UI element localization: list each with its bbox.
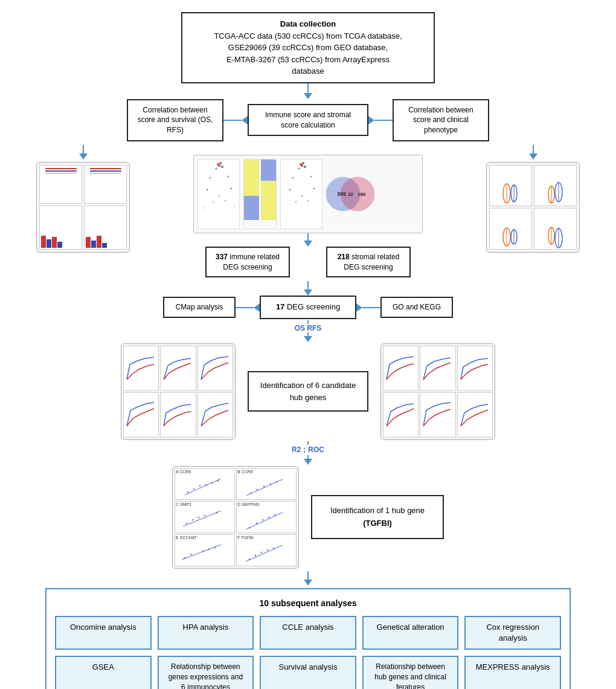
deg-stromal-number: 218 <box>338 253 350 261</box>
subsequent-title: 10 subsequent analyses <box>259 598 356 608</box>
svg-text:32: 32 <box>348 192 353 197</box>
mini-km-6 <box>198 393 231 432</box>
svg-point-24 <box>292 176 294 178</box>
svg-point-89 <box>267 549 269 551</box>
mini-volcano-right <box>281 160 322 220</box>
svg-point-25 <box>310 175 312 177</box>
immune-score-box: Immune score and stromal score calculati… <box>248 104 368 137</box>
mini-violin-2 <box>547 181 565 205</box>
hub1-box: Identification of 1 hub gene (TGFBI) <box>311 495 444 540</box>
scatter-3 <box>176 506 230 533</box>
svg-rect-67 <box>176 506 230 533</box>
hub1-line2: (TGFBI) <box>363 519 392 528</box>
svg-point-77 <box>268 517 270 519</box>
mini-km-r1 <box>383 346 417 386</box>
go-kegg-label: GO and KEGG <box>393 303 441 311</box>
data-line1: TCGA-ACC data (530 ccRCCs) from TCGA dat… <box>214 31 402 40</box>
svg-point-70 <box>198 517 200 519</box>
scatter-1 <box>176 474 230 500</box>
hub6-box: Identification of 6 candidate hub genes <box>248 371 368 412</box>
subsequent-analyses-container: 10 subsequent analyses Oncomine analysis… <box>45 588 571 689</box>
mini-heatmap-1 <box>244 160 277 220</box>
mini-km-r4 <box>383 393 417 432</box>
hub1-line1: Identification of 1 hub gene <box>330 506 425 515</box>
svg-point-71 <box>204 515 206 517</box>
mini-km-r6 <box>458 393 491 432</box>
deg-immune-box: 337 immune related DEG screening <box>205 247 290 278</box>
deg-immune-label: immune related DEG screening <box>223 253 280 271</box>
svg-point-30 <box>307 199 309 201</box>
mini-km-r5 <box>420 393 454 432</box>
mini-violin-3 <box>502 225 520 249</box>
deg17-label: DEG screening <box>287 302 340 311</box>
svg-point-56 <box>193 488 195 490</box>
mini-km-4 <box>124 393 157 432</box>
svg-rect-73 <box>237 506 292 533</box>
thumb-survival-left <box>121 343 236 440</box>
go-kegg-box: GO and KEGG <box>380 297 453 318</box>
svg-rect-16 <box>244 160 259 196</box>
svg-point-12 <box>234 205 236 207</box>
corr-clinical-label: Correlation between score and clinical p… <box>408 106 473 135</box>
svg-rect-20 <box>281 160 322 220</box>
thumb-survival-right <box>380 343 495 440</box>
hub6-label: Identification of 6 candidate hub genes <box>260 381 356 402</box>
svg-rect-18 <box>261 160 276 181</box>
subsequent-item-0: Oncomine analysis <box>55 616 152 650</box>
venn-diagram: 305 32 186 <box>326 170 374 218</box>
svg-point-2 <box>216 167 217 169</box>
svg-point-26 <box>289 189 291 190</box>
svg-point-13 <box>217 163 219 166</box>
deg17-number: 17 <box>276 302 284 311</box>
scatter-6 <box>237 540 292 566</box>
svg-rect-79 <box>176 540 230 566</box>
svg-rect-19 <box>261 181 276 220</box>
data-collection-box: Data collection TCGA-ACC data (530 ccRCC… <box>181 12 435 83</box>
corr-clinical-box: Correlation between score and clinical p… <box>393 99 489 141</box>
subsequent-item-2: CCLE analysis <box>260 616 356 650</box>
svg-point-4 <box>210 176 211 178</box>
mini-km-5 <box>161 393 194 432</box>
svg-rect-17 <box>244 196 259 220</box>
svg-point-29 <box>295 201 297 202</box>
subsequent-item-7: Survival analysis <box>260 656 356 689</box>
svg-point-28 <box>301 195 303 196</box>
scatter-2 <box>237 474 292 500</box>
svg-point-57 <box>199 485 201 487</box>
thumb-violin-plots <box>486 162 580 253</box>
subsequent-item-8: Relationship between hub genes and clini… <box>362 656 459 689</box>
immune-score-label: Immune score and stromal score calculati… <box>265 111 351 129</box>
cmap-box: CMap analysis <box>163 297 236 318</box>
subsequent-grid: Oncomine analysis HPA analysis CCLE anal… <box>55 616 561 689</box>
mini-km-2 <box>161 346 194 386</box>
corr-survival-box: Correlation between score and survival (… <box>127 99 223 141</box>
r2-roc-label: R2；ROC <box>292 445 324 455</box>
mini-km-r3 <box>458 346 491 386</box>
svg-point-87 <box>255 555 257 557</box>
svg-point-55 <box>187 491 189 493</box>
thumb-survival-curves <box>36 162 130 253</box>
svg-point-8 <box>219 195 220 196</box>
mini-violin-1 <box>502 181 520 205</box>
svg-point-88 <box>261 552 263 554</box>
svg-rect-0 <box>198 160 240 220</box>
data-line4: database <box>292 66 324 76</box>
mini-km-1 <box>124 346 157 386</box>
svg-point-11 <box>204 207 205 209</box>
data-collection-title: Data collection <box>280 19 336 28</box>
svg-point-6 <box>207 189 208 190</box>
svg-point-7 <box>231 187 233 189</box>
cmap-label: CMap analysis <box>176 303 223 311</box>
data-line3: E-MTAB-3267 (53 ccRCCs) from ArrayExpres… <box>226 55 390 64</box>
scatter-5 <box>176 540 230 566</box>
mini-km-r2 <box>420 346 454 386</box>
svg-point-69 <box>192 519 194 521</box>
mini-violin-4 <box>547 225 565 249</box>
svg-point-27 <box>313 187 315 189</box>
mini-volcano-left <box>198 160 240 220</box>
subsequent-item-5: GSEA <box>55 656 152 689</box>
os-rfs-label: OS RFS <box>295 324 322 332</box>
thumb-scatter-plots: A CCR6 B CCR6 <box>172 466 299 569</box>
subsequent-item-1: HPA analysis <box>158 616 254 650</box>
svg-point-81 <box>190 554 192 555</box>
